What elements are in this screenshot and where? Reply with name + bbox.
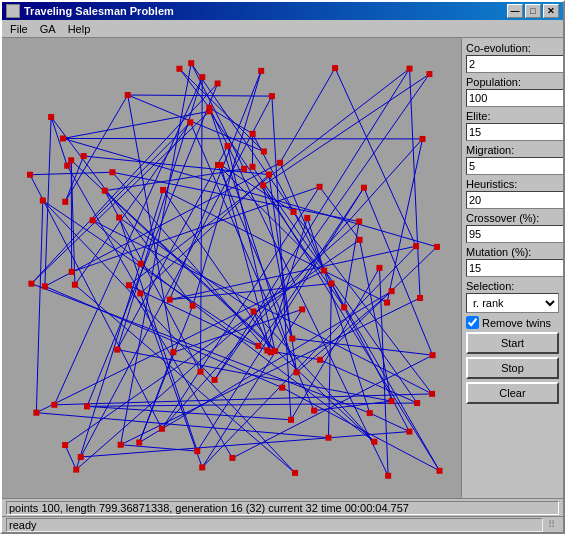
- remove-twins-checkbox[interactable]: [466, 316, 479, 329]
- status-bar: points 100, length 799.36871338, generat…: [2, 498, 563, 516]
- menu-file[interactable]: File: [4, 22, 34, 36]
- stop-button[interactable]: Stop: [466, 357, 559, 379]
- migration-label: Migration:: [466, 144, 559, 156]
- mutation-group: Mutation (%): ▲ ▼: [466, 246, 559, 277]
- status-text: points 100, length 799.36871338, generat…: [6, 501, 559, 515]
- right-panel: Co-evolution: ▲ ▼ Population: ▲ ▼: [461, 38, 563, 498]
- remove-twins-row: Remove twins: [466, 316, 559, 329]
- title-bar: Traveling Salesman Problem — □ ✕: [2, 2, 563, 20]
- menu-help[interactable]: Help: [62, 22, 97, 36]
- coevolution-label: Co-evolution:: [466, 42, 559, 54]
- resize-grip[interactable]: ⠿: [543, 517, 559, 533]
- start-button[interactable]: Start: [466, 332, 559, 354]
- tsp-canvas: [2, 38, 461, 498]
- heuristics-input[interactable]: [466, 191, 563, 209]
- minimize-button[interactable]: —: [507, 4, 523, 18]
- elite-group: Elite: ▲ ▼: [466, 110, 559, 141]
- canvas-area: [2, 38, 461, 498]
- maximize-button[interactable]: □: [525, 4, 541, 18]
- elite-label: Elite:: [466, 110, 559, 122]
- ready-text: ready: [6, 518, 543, 532]
- close-button[interactable]: ✕: [543, 4, 559, 18]
- elite-input[interactable]: [466, 123, 563, 141]
- remove-twins-label: Remove twins: [482, 317, 551, 329]
- migration-group: Migration: ▲ ▼: [466, 144, 559, 175]
- menu-ga[interactable]: GA: [34, 22, 62, 36]
- heuristics-label: Heuristics:: [466, 178, 559, 190]
- selection-group: Selection: r. rank tournament roulette: [466, 280, 559, 313]
- clear-button[interactable]: Clear: [466, 382, 559, 404]
- coevolution-input[interactable]: [466, 55, 563, 73]
- population-label: Population:: [466, 76, 559, 88]
- crossover-input[interactable]: [466, 225, 563, 243]
- heuristics-group: Heuristics: ▲ ▼: [466, 178, 559, 209]
- menu-bar: File GA Help: [2, 20, 563, 38]
- selection-label: Selection:: [466, 280, 559, 292]
- window-title: Traveling Salesman Problem: [24, 5, 174, 17]
- main-area: Co-evolution: ▲ ▼ Population: ▲ ▼: [2, 38, 563, 498]
- migration-input[interactable]: [466, 157, 563, 175]
- crossover-group: Crossover (%): ▲ ▼: [466, 212, 559, 243]
- population-input[interactable]: [466, 89, 563, 107]
- selection-select[interactable]: r. rank tournament roulette: [466, 293, 559, 313]
- mutation-label: Mutation (%):: [466, 246, 559, 258]
- population-group: Population: ▲ ▼: [466, 76, 559, 107]
- coevolution-group: Co-evolution: ▲ ▼: [466, 42, 559, 73]
- ready-bar: ready ⠿: [2, 516, 563, 532]
- main-window: Traveling Salesman Problem — □ ✕ File GA…: [0, 0, 565, 534]
- app-icon: [6, 4, 20, 18]
- mutation-input[interactable]: [466, 259, 563, 277]
- crossover-label: Crossover (%):: [466, 212, 559, 224]
